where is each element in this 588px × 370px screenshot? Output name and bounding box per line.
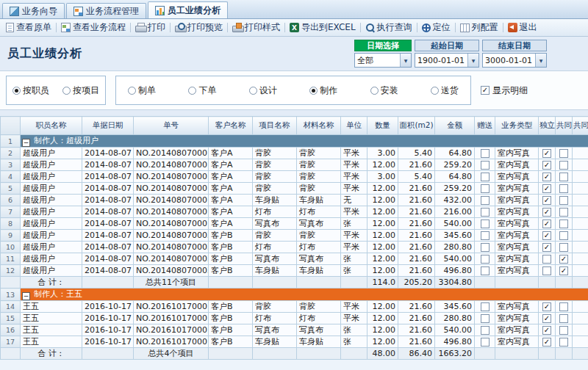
group-by-option-2[interactable]: 按项目 <box>62 84 99 97</box>
checkbox-icon[interactable] <box>559 266 568 275</box>
stage-option-3[interactable]: 设计 <box>249 84 277 97</box>
table-row[interactable]: 9超级用户2014-08-07NO.201408070003客户B背胶背胶平米1… <box>1 230 588 242</box>
show-detail-checkbox[interactable]: 显示明细 <box>481 84 528 97</box>
row-number-cell[interactable]: 1 <box>1 135 21 148</box>
locate-button[interactable]: 定位 <box>418 21 454 35</box>
collapse-icon[interactable]: − <box>22 139 30 147</box>
checkbox-icon[interactable] <box>481 243 490 252</box>
print-button[interactable]: 打印 <box>132 21 169 35</box>
row-number-cell[interactable]: 10 <box>1 242 21 253</box>
group-header-row[interactable]: 13−制作人：王五 <box>1 289 588 301</box>
query-button[interactable]: 执行查询 <box>362 21 416 35</box>
checkbox-icon[interactable] <box>542 302 551 311</box>
tab-1[interactable]: 业务向导 <box>2 3 65 18</box>
table-row[interactable]: 15王五2016-10-17NO.201610170001客户B灯布灯布平米12… <box>1 313 588 324</box>
col-header-customer-name[interactable]: 客户名称 <box>209 117 253 135</box>
checkbox-icon[interactable] <box>542 266 551 275</box>
checkbox-icon[interactable] <box>481 314 490 323</box>
checkbox-icon[interactable] <box>481 302 490 311</box>
table-row[interactable]: 14王五2016-10-17NO.201610170001客户B背胶背胶平米12… <box>1 301 588 313</box>
chevron-down-icon[interactable]: ▼ <box>535 54 546 67</box>
row-number-cell[interactable]: 6 <box>1 195 21 206</box>
checkbox-icon[interactable] <box>542 338 551 347</box>
checkbox-icon[interactable] <box>559 149 568 158</box>
view-order-button[interactable]: 查看原单 <box>2 21 55 35</box>
row-number-cell[interactable]: 2 <box>1 148 21 159</box>
checkbox-icon[interactable] <box>542 161 551 170</box>
print-style-button[interactable]: 打印样式 <box>229 21 284 35</box>
checkbox-icon[interactable] <box>542 173 551 181</box>
stage-option-5[interactable]: 安装 <box>370 84 398 97</box>
column-config-button[interactable]: 列配置 <box>456 21 502 35</box>
checkbox-icon[interactable] <box>481 161 490 170</box>
table-row[interactable]: 2超级用户2014-08-07NO.201408070001客户A背胶背胶平米3… <box>1 148 588 159</box>
tab-3[interactable]: 员工业绩分析 <box>148 1 228 18</box>
checkbox-icon[interactable] <box>559 326 568 335</box>
checkbox-icon[interactable] <box>559 220 568 228</box>
col-header-project-name[interactable]: 项目名称 <box>253 117 297 135</box>
row-number-cell[interactable]: 12 <box>1 265 21 277</box>
stage-option-4[interactable]: 制作 <box>309 84 337 97</box>
checkbox-icon[interactable] <box>559 338 568 347</box>
col-header-quantity[interactable]: 数量 <box>368 117 398 135</box>
row-number-cell[interactable]: 15 <box>1 313 21 324</box>
checkbox-icon[interactable] <box>542 149 551 158</box>
col-header-material-name[interactable]: 材料名称 <box>297 117 341 135</box>
checkbox-icon[interactable] <box>481 231 490 240</box>
checkbox-icon[interactable] <box>559 196 568 205</box>
stage-option-2[interactable]: 下单 <box>188 84 216 97</box>
row-number-cell[interactable]: 13 <box>1 289 21 301</box>
col-header-unit[interactable]: 单位 <box>341 117 368 135</box>
table-row[interactable]: 3超级用户2014-08-07NO.201408070001客户A背胶背胶平米1… <box>1 159 588 171</box>
row-number-cell[interactable]: 17 <box>1 336 21 348</box>
start-date-combobox[interactable]: 1900-01-01▼ <box>415 53 479 68</box>
stage-option-6[interactable]: 送货 <box>431 84 459 97</box>
chevron-down-icon[interactable]: ▼ <box>467 54 478 67</box>
checkbox-icon[interactable] <box>481 86 490 95</box>
col-header-gift[interactable]: 赠送 <box>475 117 495 135</box>
checkbox-icon[interactable] <box>542 196 551 205</box>
checkbox-icon[interactable] <box>559 208 568 217</box>
row-number-cell[interactable]: 8 <box>1 218 21 230</box>
print-preview-button[interactable]: 打印预览 <box>171 21 226 35</box>
row-number-cell[interactable]: 4 <box>1 171 21 183</box>
col-header-doc-date[interactable]: 单据日期 <box>82 117 134 135</box>
checkbox-icon[interactable] <box>542 243 551 252</box>
table-row[interactable]: 5超级用户2014-08-07NO.201408070001客户A背胶背胶平米1… <box>1 183 588 195</box>
table-row[interactable]: 6超级用户2014-08-07NO.201408070001客户A车身贴车身贴无… <box>1 195 588 206</box>
row-number-cell[interactable]: 7 <box>1 206 21 218</box>
checkbox-icon[interactable] <box>481 184 490 193</box>
checkbox-icon[interactable] <box>559 243 568 252</box>
row-number-cell[interactable]: 16 <box>1 324 21 336</box>
checkbox-icon[interactable] <box>542 231 551 240</box>
export-excel-button[interactable]: 导出到EXCEL <box>286 21 359 35</box>
checkbox-icon[interactable] <box>559 314 568 323</box>
checkbox-icon[interactable] <box>481 196 490 205</box>
checkbox-icon[interactable] <box>542 220 551 228</box>
view-flow-button[interactable]: 查看业务流程 <box>57 21 129 35</box>
col-header-amount[interactable]: 金额 <box>435 117 475 135</box>
checkbox-icon[interactable] <box>481 326 490 335</box>
checkbox-icon[interactable] <box>481 173 490 181</box>
row-number-cell[interactable]: 5 <box>1 183 21 195</box>
checkbox-icon[interactable] <box>542 314 551 323</box>
table-row[interactable]: 11超级用户2014-08-07NO.201408070003客户B写真布写真布… <box>1 253 588 265</box>
col-header-joint-done[interactable]: 共同完成 <box>556 117 573 135</box>
chevron-down-icon[interactable]: ▼ <box>400 54 411 67</box>
row-number-cell[interactable]: 11 <box>1 253 21 265</box>
col-header-joint-count[interactable]: 共同人数 <box>573 117 588 135</box>
checkbox-icon[interactable] <box>481 208 490 217</box>
checkbox-icon[interactable] <box>559 161 568 170</box>
checkbox-icon[interactable] <box>481 220 490 228</box>
checkbox-icon[interactable] <box>481 266 490 275</box>
date-mode-combobox[interactable]: 全部▼ <box>354 53 412 68</box>
end-date-combobox[interactable]: 3000-01-01▼ <box>482 53 547 68</box>
checkbox-icon[interactable] <box>559 255 568 264</box>
row-number-cell[interactable]: 14 <box>1 301 21 313</box>
col-header-business-type[interactable]: 业务类型 <box>495 117 539 135</box>
table-row[interactable]: 16王五2016-10-17NO.201610170001客户B写真布写真布张1… <box>1 324 588 336</box>
table-row[interactable]: 12超级用户2014-08-07NO.201408070003客户B车身贴车身贴… <box>1 265 588 277</box>
checkbox-icon[interactable] <box>559 231 568 240</box>
checkbox-icon[interactable] <box>481 149 490 158</box>
checkbox-icon[interactable] <box>481 338 490 347</box>
